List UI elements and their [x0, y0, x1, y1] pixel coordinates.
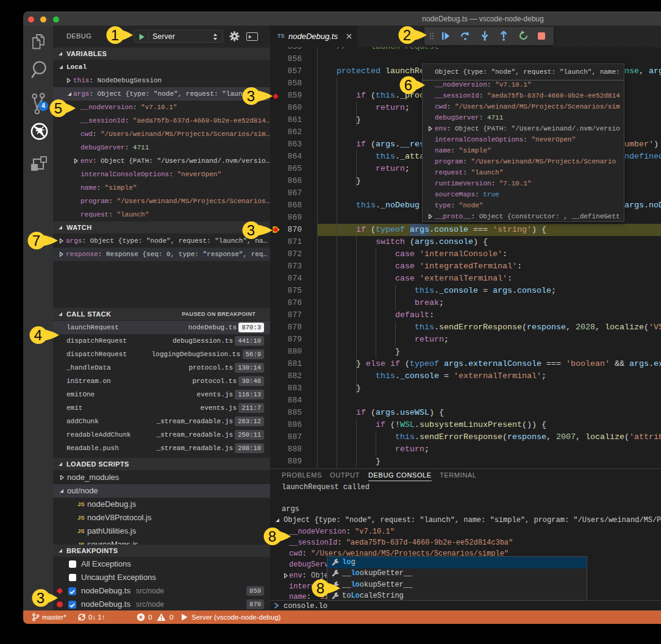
svg-text:4: 4: [34, 327, 42, 343]
svg-text:3: 3: [37, 590, 45, 606]
svg-text:6: 6: [404, 77, 412, 93]
svg-text:8: 8: [268, 528, 276, 545]
svg-text:3: 3: [247, 88, 255, 104]
svg-text:7: 7: [32, 232, 40, 249]
svg-text:2: 2: [403, 27, 411, 43]
svg-text:3: 3: [247, 222, 255, 238]
svg-text:5: 5: [54, 100, 62, 116]
svg-text:1: 1: [111, 27, 119, 43]
svg-text:8: 8: [316, 580, 324, 596]
